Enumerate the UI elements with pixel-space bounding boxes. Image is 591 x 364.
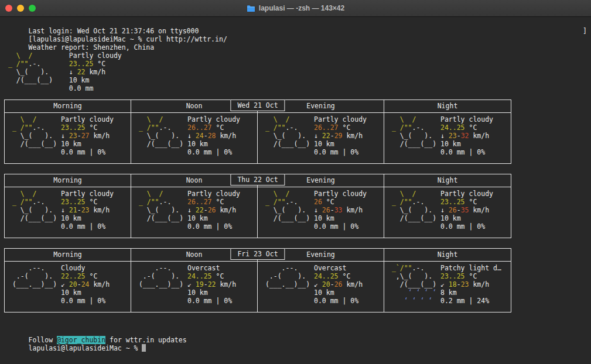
weather-details: Partly cloudy23..25 °C↓ 23-27 km/h10 km0… — [61, 115, 114, 156]
prompt-line: lapulasi@lapulasideiMac ~ % — [4, 336, 587, 344]
forecast-cell: \ / _ /"".-. \_( ). /(___(__)Partly clou… — [131, 113, 258, 163]
forecast-day: Wed 21 OctMorningNoonEveningNight \ / _ … — [4, 99, 511, 164]
forecast-cell: .--. .-( ). (___.__)__)Overcast24..25 °C… — [131, 262, 258, 312]
weather-details: Cloudy22..25 °C↙ 20-24 km/h10 km0.0 mm |… — [61, 264, 110, 305]
terminal-screen[interactable]: Last login: Wed Oct 21 21:37:46 on ttys0… — [0, 17, 591, 364]
final-prompt-text: lapulasi@lapulasideiMac ~ % — [29, 344, 142, 352]
forecast-day: Fri 23 OctMorningNoonEveningNight .--. .… — [4, 248, 511, 313]
period-header: Morning — [5, 249, 131, 262]
weather-details: Partly cloudy26..27 °C↓ 22-26 km/h10 km0… — [187, 190, 240, 231]
partly-cloudy-art-icon: \ / _ /"".-. \_( ). /(___(__) — [261, 190, 314, 231]
forecast-cell: \ / _ /"".-. \_( ). /(___(__)Partly clou… — [5, 113, 131, 163]
partly-cloudy-art-icon: \ / _ /"".-. \_( ). /(___(__) — [261, 115, 314, 156]
forecast-cell: _`/"".-. ,\_( ). /(___(__) ‘ ‘ ‘ ‘ ‘ ‘ ‘… — [384, 262, 511, 312]
period-header: Night — [384, 174, 511, 187]
right-edge-bracket: ] — [583, 27, 587, 35]
forecast-day: Thu 22 OctMorningNoonEveningNight \ / _ … — [4, 174, 511, 238]
forecast-date: Fri 23 Oct — [230, 248, 285, 260]
partly-cloudy-art-icon: \ / _ /"".-. \_( ). /(___(__) — [135, 190, 187, 231]
last-login-line: Last login: Wed Oct 21 21:37:46 on ttys0… — [4, 19, 587, 27]
forecast-cell: \ / _ /"".-. \_( ). /(___(__)Partly clou… — [258, 187, 384, 238]
titlebar[interactable]: lapulasi — -zsh — 143×42 — [0, 0, 591, 17]
weather-details: Partly cloudy23..25 °C↓ 22 km/h10 km0.0 … — [69, 51, 122, 92]
overcast-art-icon: .--. .-( ). (___.__)__) — [261, 264, 314, 305]
close-button[interactable] — [5, 5, 12, 12]
forecast-days: Wed 21 OctMorningNoonEveningNight \ / _ … — [4, 99, 587, 313]
forecast-cell: \ / _ /"".-. \_( ). /(___(__)Partly clou… — [258, 113, 384, 163]
partly-cloudy-art-icon: \ / _ /"".-. \_( ). /(___(__) — [388, 115, 440, 156]
window-title-text: lapulasi — -zsh — 143×42 — [259, 4, 344, 12]
terminal-window: lapulasi — -zsh — 143×42 Last login: Wed… — [0, 0, 591, 364]
forecast-cell: \ / _ /"".-. \_( ). /(___(__)Partly clou… — [384, 113, 511, 163]
traffic-lights — [5, 5, 36, 12]
weather-report-title-text: Weather report: Shenzhen, China — [29, 43, 155, 51]
forecast-date: Thu 22 Oct — [230, 174, 285, 186]
forecast-date: Wed 21 Oct — [230, 99, 285, 111]
folder-icon — [247, 5, 255, 12]
weather-details: Partly cloudy26..27 °C↓ 22-29 km/h10 km0… — [314, 115, 367, 156]
weather-details: Partly cloudy24..25 °C↓ 23-32 km/h10 km0… — [440, 115, 493, 156]
window-title: lapulasi — -zsh — 143×42 — [247, 4, 344, 12]
patchy-light-drizzle-art-icon: _`/"".-. ,\_( ). /(___(__) ‘ ‘ ‘ ‘ ‘ ‘ ‘… — [388, 264, 440, 305]
weather-details: Patchy light d…23..25 °C↙ 18-23 km/h8 km… — [440, 264, 501, 305]
period-header: Morning — [5, 174, 131, 187]
period-header: Night — [384, 100, 511, 113]
weather-details: Partly cloudy26 °C↓ 26-33 km/h10 km0.0 m… — [314, 190, 367, 231]
forecast-cell: \ / _ /"".-. \_( ). /(___(__)Partly clou… — [5, 187, 131, 238]
zoom-button[interactable] — [29, 5, 36, 12]
partly-cloudy-art-icon: \ / _ /"".-. \_( ). /(___(__) — [135, 115, 187, 156]
weather-details: Overcast24..25 °C↙ 19-22 km/h10 km0.0 mm… — [187, 264, 236, 305]
partly-cloudy-art-icon: \ / _ /"".-. \_( ). /(___(__) — [8, 115, 61, 156]
weather-details: Partly cloudy23..25 °C↓ 26-35 km/h10 km0… — [440, 190, 493, 231]
forecast-cell: .--. .-( ). (___.__)__)Cloudy22..25 °C↙ … — [5, 262, 131, 312]
weather-details: Partly cloudy26..27 °C↓ 24-28 km/h10 km0… — [187, 115, 240, 156]
forecast-cell: \ / _ /"".-. \_( ). /(___(__)Partly clou… — [384, 187, 511, 238]
command-line: [lapulasi@lapulasideiMac ~ % curl http:/… — [4, 27, 587, 35]
period-header: Night — [384, 249, 511, 262]
overcast-art-icon: .--. .-( ). (___.__)__) — [135, 264, 187, 305]
partly-cloudy-art-icon: \ / _ /"".-. \_( ). /(___(__) — [8, 190, 61, 231]
weather-details: Partly cloudy23..25 °C↓ 21-23 km/h10 km0… — [61, 190, 114, 231]
partly-cloudy-art-icon: \ / _ /"".-. \_( ). /(___(__) — [388, 190, 440, 231]
current-conditions: \ / _ /"".-. \_( ). /(___(__)Partly clou… — [4, 51, 587, 92]
footer-line: Follow @igor_chubin for wttr.in updates — [4, 328, 587, 336]
period-header: Morning — [5, 100, 131, 113]
weather-details: Overcast24..25 °C↙ 20-26 km/h10 km0.0 mm… — [314, 264, 363, 305]
cloudy-art-icon: .--. .-( ). (___.__)__) — [8, 264, 61, 305]
minimize-button[interactable] — [17, 5, 24, 12]
weather-report-title: Weather report: Shenzhen, China — [4, 35, 587, 43]
terminal-cursor — [142, 344, 146, 352]
forecast-cell: \ / _ /"".-. \_( ). /(___(__)Partly clou… — [131, 187, 258, 238]
forecast-cell: .--. .-( ). (___.__)__)Overcast24..25 °C… — [258, 262, 384, 312]
